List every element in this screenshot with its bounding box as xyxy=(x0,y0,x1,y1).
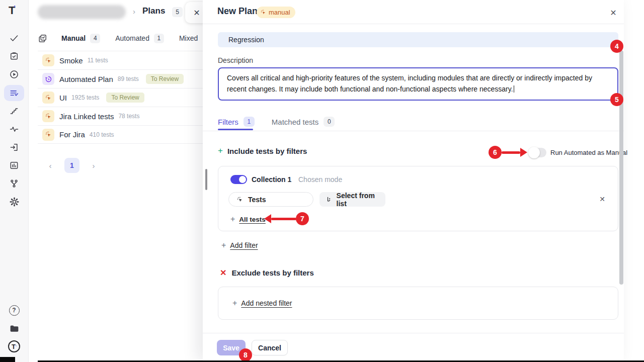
collection-toggle[interactable] xyxy=(230,175,247,184)
run-automated-label: Run Automated as Manual xyxy=(550,149,627,156)
tab-manual[interactable]: Manual4 xyxy=(61,34,100,43)
tab-matched-tests[interactable]: Matched tests0 xyxy=(272,117,335,127)
description-label: Description xyxy=(218,56,253,64)
toggle-knob xyxy=(239,176,246,183)
pulse-icon[interactable] xyxy=(4,121,24,137)
pagination-prev[interactable]: ‹ xyxy=(45,161,55,170)
manual-plan-icon xyxy=(42,110,54,122)
status-badge: To Review xyxy=(106,93,144,103)
text-caret xyxy=(514,85,515,93)
add-nested-filter-row: + Add nested filter xyxy=(232,299,292,308)
stairs-icon[interactable] xyxy=(4,103,24,119)
cancel-button[interactable]: Cancel xyxy=(252,340,288,355)
annotation-5: 5 xyxy=(610,93,623,106)
cursor-icon xyxy=(236,196,244,203)
tab-mixed[interactable]: Mixed xyxy=(179,34,198,42)
help-glyph: ? xyxy=(9,305,20,316)
plan-list: Smoke 11 tests Automated Plan 89 tests T… xyxy=(38,51,203,144)
plus-icon: + xyxy=(221,241,226,250)
tab-automated-count: 1 xyxy=(154,34,164,43)
description-textarea[interactable]: Covers all critical and high-priority fe… xyxy=(218,67,618,101)
run-automated-toggle[interactable] xyxy=(529,148,546,157)
new-plan-modal: New Plan manual ✕ Regression Description… xyxy=(203,0,624,362)
check-icon[interactable] xyxy=(4,30,24,46)
collection-name: Collection 1 xyxy=(252,175,291,184)
plus-icon: + xyxy=(230,215,235,224)
pagination-page-1[interactable]: 1 xyxy=(64,158,79,173)
modal-title: New Plan xyxy=(217,6,258,17)
plus-icon: + xyxy=(218,146,223,156)
avatar-logo[interactable]: T' xyxy=(4,338,24,354)
gear-icon[interactable] xyxy=(4,194,24,210)
plan-row-smoke[interactable]: Smoke 11 tests xyxy=(38,51,203,69)
manual-plan-icon xyxy=(42,54,54,66)
plus-icon: + xyxy=(232,299,237,308)
plan-name-input[interactable]: Regression xyxy=(218,32,618,47)
pagination-next[interactable]: › xyxy=(89,161,99,170)
toggle-knob xyxy=(528,147,540,158)
tree-list-icon xyxy=(326,196,333,203)
manual-type-badge: manual xyxy=(257,7,295,18)
annotation-6-arrow-line xyxy=(502,151,520,154)
branch-icon[interactable] xyxy=(4,175,24,192)
matched-count-badge: 0 xyxy=(324,117,335,127)
copy-check-icon[interactable] xyxy=(38,34,47,43)
plans-tabbar: Manual4 Automated1 Mixed xyxy=(38,30,213,46)
all-tests-row: + All tests xyxy=(230,215,266,224)
plan-row-ui[interactable]: UI 1925 tests To Review xyxy=(38,88,203,107)
exclude-section-header: ✕ Exclude tests by filters xyxy=(220,268,314,278)
plans-count-badge: 5 xyxy=(172,7,183,17)
tab-automated[interactable]: Automated1 xyxy=(115,34,164,43)
close-icon: ✕ xyxy=(599,195,605,203)
source-dropdown[interactable]: Tests xyxy=(228,192,313,207)
close-icon: ✕ xyxy=(193,8,200,18)
breadcrumb-title[interactable]: Plans xyxy=(142,6,165,16)
clipboard-check-icon[interactable] xyxy=(4,48,24,64)
annotation-6: 6 xyxy=(489,146,502,159)
manual-cursor-icon xyxy=(260,9,267,16)
filters-count-badge: 1 xyxy=(244,117,255,127)
sidebar: T' ? xyxy=(0,0,29,362)
select-from-list-button[interactable]: Select from list xyxy=(319,192,385,207)
add-filter-row: + Add filter xyxy=(221,241,258,250)
add-filter-link[interactable]: Add filter xyxy=(230,241,258,249)
list-check-icon[interactable] xyxy=(4,85,24,101)
import-icon[interactable] xyxy=(4,139,24,155)
help-icon[interactable]: ? xyxy=(4,302,24,318)
modal-tabs: Filters1 Matched tests0 xyxy=(218,117,352,127)
annotation-4: 4 xyxy=(610,40,623,53)
plan-row-automated-plan[interactable]: Automated Plan 89 tests To Review xyxy=(38,69,203,88)
plan-row-jira-linked[interactable]: Jira Linked tests 78 tests xyxy=(38,107,203,125)
panel-scrollbar-thumb[interactable] xyxy=(205,169,207,190)
add-nested-filter-link[interactable]: Add nested filter xyxy=(241,299,292,307)
exclude-filter-card: + Add nested filter xyxy=(218,287,618,320)
modal-header: New Plan manual ✕ xyxy=(203,0,624,24)
folder-icon[interactable] xyxy=(4,320,24,336)
automated-plan-icon xyxy=(42,73,54,85)
annotation-7: 7 xyxy=(296,212,309,225)
all-tests-link[interactable]: All tests xyxy=(239,216,266,223)
annotation-8: 8 xyxy=(239,348,252,361)
breadcrumb-chevron: › xyxy=(133,7,135,16)
annotation-7-arrowhead xyxy=(264,214,271,223)
app-logo[interactable]: T' xyxy=(9,4,15,17)
plan-row-for-jira[interactable]: For Jira 410 tests xyxy=(38,125,203,144)
x-icon: ✕ xyxy=(220,268,226,278)
project-name-blurred[interactable] xyxy=(38,5,126,19)
tab-manual-count: 4 xyxy=(90,34,100,43)
logo-accent: ' xyxy=(14,4,15,12)
tab-filters[interactable]: Filters1 xyxy=(218,117,255,127)
modal-close-button[interactable]: ✕ xyxy=(607,7,619,19)
remove-collection-button[interactable]: ✕ xyxy=(597,194,608,205)
pagination: ‹ 1 › xyxy=(45,158,99,173)
annotation-7-arrow-line xyxy=(271,218,296,220)
modal-scrollbar-thumb[interactable] xyxy=(619,50,623,285)
active-tab-underline xyxy=(218,129,253,130)
play-circle-icon[interactable] xyxy=(4,66,24,82)
manual-plan-icon xyxy=(42,92,54,104)
collection-mode: Chosen mode xyxy=(298,175,342,184)
bar-chart-icon[interactable] xyxy=(4,157,24,173)
manual-plan-icon xyxy=(42,129,54,141)
collection-filter-card: Collection 1 Chosen mode Tests Select fr… xyxy=(218,166,618,231)
app-screen: T' ? xyxy=(0,0,644,362)
